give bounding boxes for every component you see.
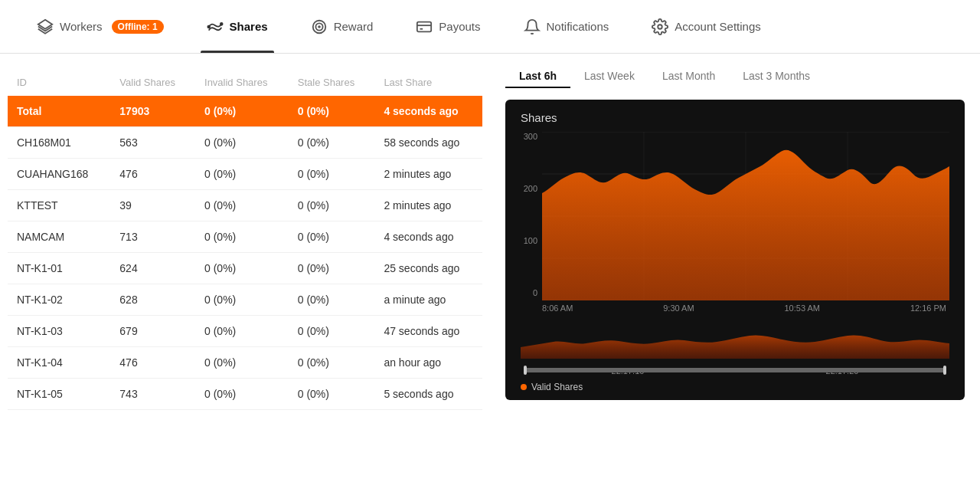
row-last-share: a minute ago [374,284,482,316]
row-stale: 0 (0%) [289,347,375,379]
legend-label-valid-shares: Valid Shares [531,382,583,392]
row-stale: 0 (0%) [289,379,375,410]
nav-label-shares: Shares [230,20,268,33]
nav-item-reward[interactable]: Reward [289,0,395,53]
y-label-0: 0 [521,288,537,297]
y-label-300: 300 [521,132,537,141]
svg-point-5 [318,26,320,28]
svg-point-1 [207,25,210,28]
table-row: NT-K1-01 624 0 (0%) 0 (0%) 25 seconds ag… [8,253,482,284]
main-nav: Workers Offline: 1 Shares Reward [0,0,980,54]
row-last-share: 2 minutes ago [374,159,482,190]
chart-section: Last 6h Last Week Last Month Last 3 Mont… [482,54,980,410]
table-row: KTTEST 39 0 (0%) 0 (0%) 2 minutes ago [8,190,482,221]
tab-last-6h[interactable]: Last 6h [505,65,570,88]
total-id: Total [8,96,110,127]
row-id: NT-K1-03 [8,316,110,347]
row-invalid: 0 (0%) [195,190,289,221]
row-id: NT-K1-01 [8,253,110,284]
row-stale: 0 (0%) [289,127,375,159]
row-invalid: 0 (0%) [195,253,289,284]
chart-legend: Valid Shares [521,382,949,392]
row-valid: 679 [110,316,195,347]
row-id: NT-K1-05 [8,379,110,410]
chart-tabs: Last 6h Last Week Last Month Last 3 Mont… [505,65,965,88]
y-label-100: 100 [521,236,537,245]
row-invalid: 0 (0%) [195,347,289,379]
col-last-share: Last Share [374,69,482,96]
row-valid: 713 [110,221,195,253]
table-row: NT-K1-03 679 0 (0%) 0 (0%) 47 seconds ag… [8,316,482,347]
row-stale: 0 (0%) [289,316,375,347]
nav-label-notifications: Notifications [547,20,609,33]
row-invalid: 0 (0%) [195,127,289,159]
layers-icon [37,18,54,35]
total-stale: 0 (0%) [289,96,375,127]
table-row-total: Total 17903 0 (0%) 0 (0%) 4 seconds ago [8,96,482,127]
table-header: ID Valid Shares Invalid Shares Stale Sha… [8,69,482,96]
row-invalid: 0 (0%) [195,159,289,190]
row-id: KTTEST [8,190,110,221]
tab-last-month[interactable]: Last Month [648,65,729,88]
legend-dot-valid-shares [521,384,527,390]
shares-table: ID Valid Shares Invalid Shares Stale Sha… [8,69,482,410]
x-label-1: 8:06 AM [542,303,573,313]
row-id: CH168M01 [8,127,110,159]
tab-last-week[interactable]: Last Week [570,65,648,88]
row-valid: 476 [110,347,195,379]
col-invalid-shares: Invalid Shares [195,69,289,96]
main-chart-svg [542,132,949,300]
row-valid: 628 [110,284,195,316]
row-last-share: 5 seconds ago [374,379,482,410]
row-last-share: 2 minutes ago [374,190,482,221]
row-id: CUAHANG168 [8,159,110,190]
chart-title: Shares [521,111,949,124]
nav-label-reward: Reward [334,20,374,33]
gear-icon [652,18,668,35]
shares-table-section: ID Valid Shares Invalid Shares Stale Sha… [0,54,482,410]
row-valid: 39 [110,190,195,221]
bell-icon [524,18,541,35]
table-row: NAMCAM 713 0 (0%) 0 (0%) 4 seconds ago [8,221,482,253]
payouts-icon [416,18,433,35]
shares-icon [207,18,224,35]
nav-label-payouts: Payouts [439,20,480,33]
nav-item-notifications[interactable]: Notifications [502,0,631,53]
row-id: NAMCAM [8,221,110,253]
y-label-200: 200 [521,184,537,193]
x-label-2: 9:30 AM [663,303,694,313]
row-stale: 0 (0%) [289,190,375,221]
reward-icon [311,18,328,35]
nav-bar: Workers Offline: 1 Shares Reward [0,0,980,54]
x-label-3: 10:53 AM [785,303,820,313]
row-stale: 0 (0%) [289,253,375,284]
nav-label-workers: Workers [60,20,103,33]
total-last-share: 4 seconds ago [374,96,482,127]
col-valid-shares: Valid Shares [110,69,195,96]
row-valid: 563 [110,127,195,159]
row-valid: 624 [110,253,195,284]
nav-item-payouts[interactable]: Payouts [394,0,501,53]
table-row: NT-K1-05 743 0 (0%) 0 (0%) 5 seconds ago [8,379,482,410]
table-row: NT-K1-04 476 0 (0%) 0 (0%) an hour ago [8,347,482,379]
svg-rect-6 [417,21,431,31]
row-stale: 0 (0%) [289,221,375,253]
table-body: Total 17903 0 (0%) 0 (0%) 4 seconds ago … [8,96,482,410]
table-row: CH168M01 563 0 (0%) 0 (0%) 58 seconds ag… [8,127,482,159]
row-last-share: 25 seconds ago [374,253,482,284]
row-stale: 0 (0%) [289,159,375,190]
nav-item-shares[interactable]: Shares [185,0,289,53]
tab-last-3-months[interactable]: Last 3 Months [729,65,824,88]
row-valid: 743 [110,379,195,410]
x-label-4: 12:16 PM [910,303,946,313]
row-invalid: 0 (0%) [195,221,289,253]
row-last-share: 4 seconds ago [374,221,482,253]
mini-chart-svg [521,320,949,359]
main-content: ID Valid Shares Invalid Shares Stale Sha… [0,54,980,410]
row-invalid: 0 (0%) [195,379,289,410]
nav-item-workers[interactable]: Workers Offline: 1 [15,0,185,53]
svg-point-9 [658,25,662,29]
row-last-share: 58 seconds ago [374,127,482,159]
nav-item-account-settings[interactable]: Account Settings [630,0,782,53]
svg-point-2 [220,22,222,25]
